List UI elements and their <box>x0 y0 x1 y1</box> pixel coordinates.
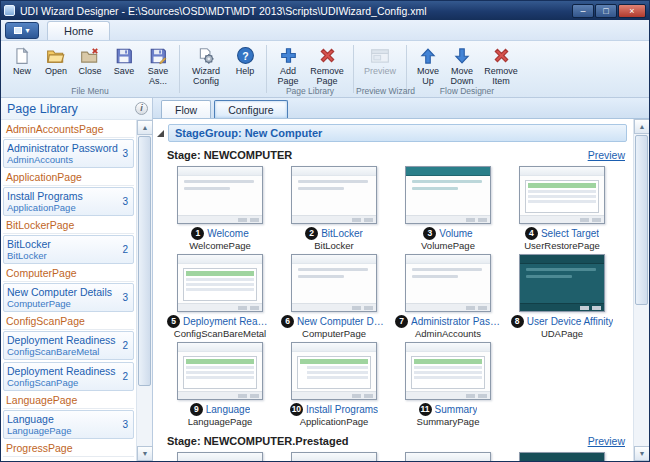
page-type-label: UDAPage <box>509 328 615 340</box>
wizard-page-thumbnail <box>405 452 491 461</box>
page-library-item[interactable]: LanguageLanguagePage3 <box>3 410 134 439</box>
page-title-link[interactable]: User Device Affinity <box>527 316 614 327</box>
page-title-link[interactable]: Select Target <box>541 228 599 239</box>
move-down-button[interactable]: Move Down <box>445 43 479 87</box>
page-title-link[interactable]: Install Programs <box>306 404 378 415</box>
close-button[interactable]: × <box>618 4 646 18</box>
stage-section: Stage: NEWCOMPUTER.PrestagedPreview <box>153 434 633 461</box>
remove-item-button[interactable]: Remove Item <box>479 43 523 87</box>
scrollbar-thumb[interactable] <box>635 135 648 305</box>
page-library-item[interactable]: BitLockerBitLocker2 <box>3 235 134 264</box>
page-type-label: LanguagePage <box>167 416 273 428</box>
preview-button[interactable]: Preview <box>358 43 402 86</box>
wizard-config-button[interactable]: Wizard Config <box>184 43 228 87</box>
tab-home[interactable]: Home <box>47 21 110 40</box>
save-as-button[interactable]: Save As... <box>141 43 175 87</box>
wizard-page-tile[interactable]: 1WelcomeWelcomePage <box>167 166 273 252</box>
wizard-page-tile[interactable]: 9LanguageLanguagePage <box>167 342 273 428</box>
page-item-subtitle: BitLocker <box>7 250 120 261</box>
wizard-page-tile[interactable] <box>395 452 501 461</box>
collapse-triangle-icon[interactable] <box>157 130 164 137</box>
page-number-badge: 7 <box>395 315 408 328</box>
move-up-button[interactable]: Move Up <box>411 43 445 87</box>
ribbon-group-label: Preview Wizard <box>356 86 404 96</box>
page-item-title: Language <box>7 413 120 425</box>
page-item-count: 3 <box>120 196 130 207</box>
wizard-page-tile[interactable] <box>281 452 387 461</box>
page-library-item[interactable]: Deployment ReadinessConfigScanPage2 <box>3 362 134 391</box>
page-item-title: Administrator Password <box>7 142 120 154</box>
page-title-link[interactable]: New Computer Details <box>297 316 387 327</box>
help-button[interactable]: ? Help <box>228 43 262 87</box>
application-menu-button[interactable]: ▾ <box>5 22 39 39</box>
scroll-down-icon[interactable]: ▼ <box>137 446 153 461</box>
page-type-label: ApplicationPage <box>281 416 387 428</box>
remove-page-button[interactable]: Remove Page <box>305 43 349 87</box>
page-item-title: Deployment Readiness <box>7 334 120 346</box>
close-file-button[interactable]: Close <box>73 43 107 87</box>
page-tile-grid: 1WelcomeWelcomePage2BitLockerBitLocker3V… <box>167 166 633 428</box>
page-library-item[interactable]: Install ProgramsApplicationPage3 <box>3 187 134 216</box>
wizard-page-thumbnail <box>291 254 377 312</box>
wizard-page-tile[interactable]: 6New Computer DetailsComputerPage <box>281 254 387 340</box>
ribbon-group-preview-wizard: Preview Preview Wizard <box>356 42 404 97</box>
page-group-header[interactable]: BitLockerPage <box>3 218 134 234</box>
page-type-label: VolumePage <box>395 240 501 252</box>
scroll-up-icon[interactable]: ▲ <box>634 119 650 134</box>
page-group-header[interactable]: AdminAccountsPage <box>3 122 134 138</box>
preview-window-icon <box>370 45 390 66</box>
open-button[interactable]: Open <box>39 43 73 87</box>
page-group-header[interactable]: ApplicationPage <box>3 170 134 186</box>
page-type-label: AdminAccounts <box>395 328 501 340</box>
page-number-badge: 8 <box>511 315 524 328</box>
page-title-link[interactable]: Language <box>206 404 251 415</box>
wizard-page-tile[interactable] <box>509 452 615 461</box>
page-number-badge: 6 <box>281 315 294 328</box>
save-as-icon <box>149 45 167 66</box>
page-title-link[interactable]: BitLocker <box>321 228 363 239</box>
page-group-header[interactable]: ProgressPage <box>3 441 134 457</box>
page-item-count: 2 <box>120 340 130 351</box>
page-item-subtitle: ConfigScanPage <box>7 377 120 388</box>
wizard-page-tile[interactable]: 7Administrator Passw...AdminAccounts <box>395 254 501 340</box>
save-button[interactable]: Save <box>107 43 141 87</box>
sidebar-scrollbar[interactable]: ▲ ▼ <box>136 120 152 461</box>
page-title-link[interactable]: Welcome <box>207 228 249 239</box>
wizard-page-tile[interactable] <box>167 452 273 461</box>
scrollbar-thumb[interactable] <box>138 136 151 386</box>
page-group-header[interactable]: ConfigScanPage <box>3 314 134 330</box>
wizard-page-tile[interactable]: 10Install ProgramsApplicationPage <box>281 342 387 428</box>
page-title-link[interactable]: Volume <box>439 228 472 239</box>
tab-flow[interactable]: Flow <box>161 100 211 118</box>
wizard-page-tile[interactable]: 11SummarySummaryPage <box>395 342 501 428</box>
wizard-page-tile[interactable]: 4Select TargetUserRestorePage <box>509 166 615 252</box>
page-library-title: Page Library <box>7 102 135 116</box>
stage-preview-link[interactable]: Preview <box>588 149 625 161</box>
tab-configure[interactable]: Configure <box>214 100 288 118</box>
scroll-up-icon[interactable]: ▲ <box>137 120 153 135</box>
page-title-link[interactable]: Deployment Readiness <box>183 316 273 327</box>
page-group-header[interactable]: ComputerPage <box>3 266 134 282</box>
dropdown-arrow-icon: ▾ <box>25 26 29 35</box>
page-number-badge: 4 <box>525 227 538 240</box>
stagegroup-header[interactable]: StageGroup: New Computer <box>168 124 627 142</box>
wizard-page-tile[interactable]: 5Deployment ReadinessConfigScanBareMetal <box>167 254 273 340</box>
stage-preview-link[interactable]: Preview <box>588 435 625 447</box>
page-library-item[interactable]: New Computer DetailsComputerPage3 <box>3 283 134 312</box>
add-page-button[interactable]: Add Page <box>271 43 305 87</box>
page-library-item[interactable]: Deployment ReadinessConfigScanBareMetal2 <box>3 331 134 360</box>
info-icon[interactable]: i <box>135 102 148 115</box>
minimize-button[interactable]: – <box>572 4 594 18</box>
main-scrollbar[interactable]: ▲ ▼ <box>633 119 649 461</box>
page-title-link[interactable]: Summary <box>435 404 478 415</box>
new-button[interactable]: New <box>5 43 39 87</box>
scroll-down-icon[interactable]: ▼ <box>634 446 650 461</box>
wizard-page-tile[interactable]: 8User Device AffinityUDAPage <box>509 254 615 340</box>
wizard-page-tile[interactable]: 2BitLockerBitLocker <box>281 166 387 252</box>
wizard-page-tile[interactable]: 3VolumeVolumePage <box>395 166 501 252</box>
page-number-badge: 3 <box>423 227 436 240</box>
maximize-button[interactable]: □ <box>595 4 617 18</box>
page-library-item[interactable]: Administrator PasswordAdminAccounts3 <box>3 139 134 168</box>
page-title-link[interactable]: Administrator Passw... <box>411 316 501 327</box>
page-group-header[interactable]: LanguagePage <box>3 393 134 409</box>
